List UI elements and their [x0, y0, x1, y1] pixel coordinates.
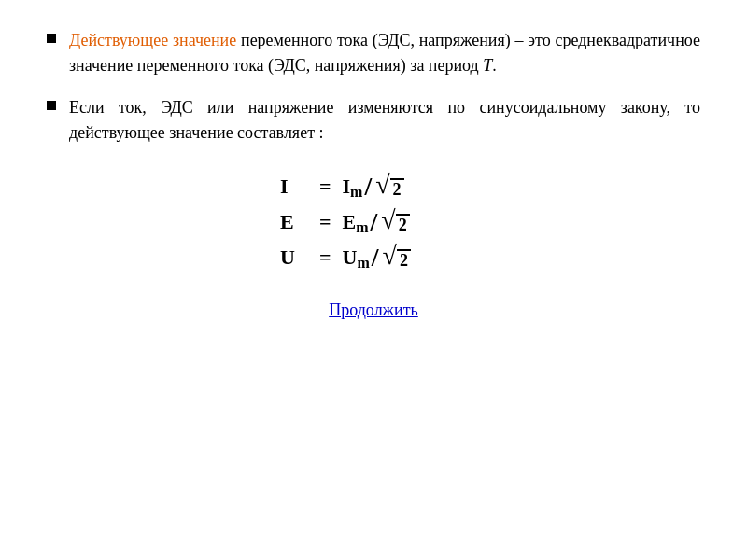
bullet-text-1: Действующее значение переменного тока (Э…: [69, 28, 700, 78]
formula-U-base: Um: [343, 245, 370, 270]
formula-E-base: Em: [343, 210, 369, 234]
formula-U-equals: =: [319, 245, 331, 270]
formula-E: E = Em / √2: [280, 207, 467, 237]
formula-E-sub: m: [356, 219, 368, 235]
bullet-list: Действующее значение переменного тока (Э…: [47, 28, 700, 162]
formula-E-rhs: Em / √2: [343, 207, 410, 237]
formula-E-slash: /: [371, 207, 378, 237]
bullet-1-end: .: [492, 56, 497, 75]
formula-E-lhs: E: [280, 210, 308, 234]
formula-U: U = Um / √2: [280, 243, 467, 273]
sqrt-radicand-U: 2: [397, 249, 411, 271]
formula-E-sqrt: √2: [381, 209, 409, 235]
formula-I-slash: /: [364, 172, 372, 202]
formula-I-sqrt: √2: [375, 174, 403, 200]
formula-E-equals: =: [319, 210, 331, 234]
page: Действующее значение переменного тока (Э…: [0, 0, 747, 560]
sqrt-symbol-I: √: [375, 172, 389, 198]
continue-link-container: Продолжить: [47, 301, 700, 320]
continue-link[interactable]: Продолжить: [329, 301, 418, 320]
formula-I-lhs: I: [280, 175, 308, 199]
period-var: T: [483, 56, 492, 75]
formula-U-slash: /: [372, 243, 379, 273]
bullet-item-1: Действующее значение переменного тока (Э…: [47, 28, 700, 78]
bullet-text-2: Если ток, ЭДС или напряжение изменяются …: [69, 95, 700, 146]
formula-I: I = Im / √2: [280, 172, 467, 202]
sqrt-radicand-E: 2: [396, 214, 410, 235]
formula-U-lhs: U: [280, 245, 308, 270]
bullet-marker-1: [47, 34, 56, 43]
formula-I-equals: =: [319, 175, 331, 199]
sqrt-symbol-E: √: [381, 207, 395, 233]
formulas-block: I = Im / √2 E = Em / √2 U: [47, 172, 700, 273]
formula-I-base: Im: [343, 175, 363, 199]
formula-I-sub: m: [350, 184, 362, 200]
bullet-marker-2: [47, 101, 56, 110]
formula-U-sub: m: [357, 255, 369, 271]
formula-I-rhs: Im / √2: [343, 172, 404, 202]
sqrt-radicand-I: 2: [390, 178, 404, 200]
bullet-item-2: Если ток, ЭДС или напряжение изменяются …: [47, 95, 700, 146]
sqrt-symbol-U: √: [383, 243, 397, 269]
formula-U-sqrt: √2: [383, 245, 411, 271]
formula-U-rhs: Um / √2: [343, 243, 411, 273]
highlight-text: Действующее значение: [69, 31, 236, 49]
